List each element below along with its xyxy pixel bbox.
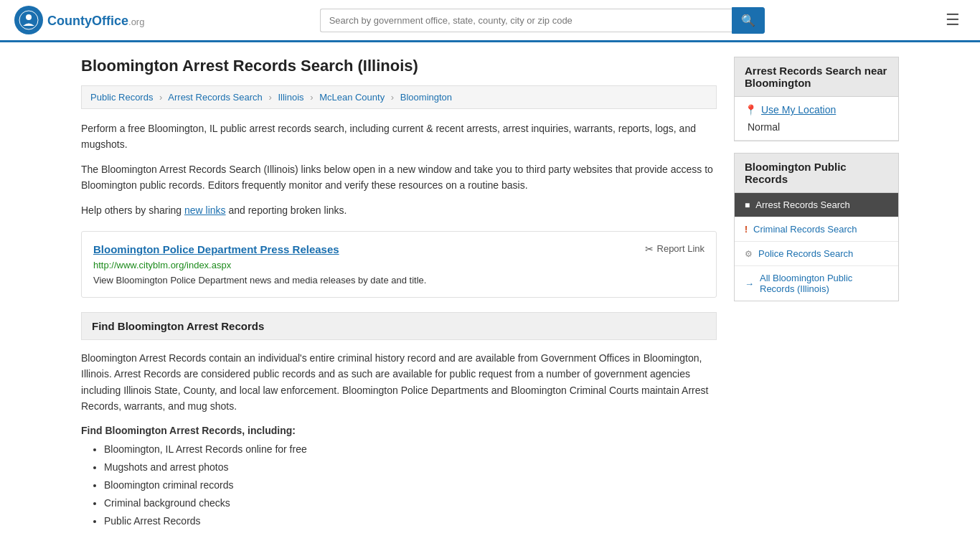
new-links-link[interactable]: new links (184, 204, 226, 216)
sidebar-item-arrest-records[interactable]: ■ Arrest Records Search (735, 193, 898, 217)
find-list: Bloomington, IL Arrest Records online fo… (81, 442, 717, 529)
breadcrumb-bloomington[interactable]: Bloomington (400, 92, 452, 103)
use-my-location-link[interactable]: Use My Location (761, 104, 836, 116)
breadcrumb-sep-2: › (268, 92, 271, 103)
pin-icon: 📍 (745, 104, 757, 116)
breadcrumb-mclean[interactable]: McLean County (319, 92, 385, 103)
breadcrumb-arrest-records[interactable]: Arrest Records Search (168, 92, 263, 103)
criminal-records-icon: ! (745, 225, 748, 235)
breadcrumb: Public Records › Arrest Records Search ›… (81, 85, 717, 109)
search-icon: 🔍 (741, 14, 755, 27)
svg-point-1 (26, 14, 32, 20)
find-section-header: Find Bloomington Arrest Records (81, 312, 717, 340)
report-link-label: Report Link (657, 243, 705, 254)
list-item: Mugshots and arrest photos (104, 460, 717, 475)
scissors-icon: ✂ (645, 243, 654, 255)
link-url[interactable]: http://www.cityblm.org/index.aspx (93, 260, 705, 270)
intro-paragraph-1: Perform a free Bloomington, IL public ar… (81, 121, 717, 153)
help-before: Help others by sharing (81, 204, 184, 216)
nearby-box: Arrest Records Search near Bloomington 📍… (734, 57, 899, 141)
site-header: CountyOffice.org 🔍 ☰ (0, 0, 980, 42)
arrest-records-icon: ■ (745, 200, 750, 210)
police-records-icon: ⚙ (745, 249, 753, 259)
logo-text: CountyOffice.org (47, 12, 144, 29)
breadcrumb-sep-4: › (391, 92, 394, 103)
search-button[interactable]: 🔍 (732, 7, 765, 34)
find-list-label: Find Bloomington Arrest Records, includi… (81, 425, 717, 436)
breadcrumb-sep-3: › (310, 92, 313, 103)
breadcrumb-sep-1: › (159, 92, 162, 103)
link-description: View Bloomington Police Department news … (93, 275, 705, 286)
search-bar: 🔍 (320, 7, 765, 34)
help-after: and reporting broken links. (226, 204, 347, 216)
sidebar-item-criminal-records[interactable]: ! Criminal Records Search (735, 217, 898, 242)
find-body-text: Bloomington Arrest Records contain an in… (81, 350, 717, 415)
report-link-button[interactable]: ✂ Report Link (645, 243, 705, 255)
breadcrumb-illinois[interactable]: Illinois (278, 92, 303, 103)
public-records-title: Bloomington Public Records (735, 154, 898, 193)
normal-location-link[interactable]: Normal (748, 121, 780, 133)
hamburger-icon: ☰ (946, 11, 960, 29)
logo-area: CountyOffice.org (14, 6, 144, 34)
breadcrumb-public-records[interactable]: Public Records (90, 92, 153, 103)
sidebar-item-all-records[interactable]: → All Bloomington Public Records (Illino… (735, 266, 898, 301)
criminal-records-link[interactable]: Criminal Records Search (753, 224, 857, 235)
list-item: Bloomington, IL Arrest Records online fo… (104, 442, 717, 457)
police-records-link[interactable]: Police Records Search (758, 248, 853, 259)
main-content: Bloomington Arrest Records Search (Illin… (81, 57, 717, 532)
list-item: Public Arrest Records (104, 514, 717, 529)
link-card-title[interactable]: Bloomington Police Department Press Rele… (93, 243, 339, 255)
arrest-records-label: Arrest Records Search (755, 199, 850, 210)
all-records-link[interactable]: All Bloomington Public Records (Illinois… (760, 273, 888, 294)
nearby-title: Arrest Records Search near Bloomington (735, 57, 898, 97)
link-card: Bloomington Police Department Press Rele… (81, 231, 717, 298)
page-title: Bloomington Arrest Records Search (Illin… (81, 57, 717, 75)
search-input[interactable] (320, 9, 732, 32)
sidebar-item-police-records[interactable]: ⚙ Police Records Search (735, 242, 898, 266)
use-location-item[interactable]: 📍 Use My Location (745, 104, 888, 116)
list-item: Criminal background checks (104, 496, 717, 511)
intro-paragraph-2: The Bloomington Arrest Records Search (I… (81, 161, 717, 194)
link-card-header: Bloomington Police Department Press Rele… (93, 243, 705, 255)
list-item: Bloomington criminal records (104, 478, 717, 493)
logo-icon (14, 6, 43, 34)
all-records-arrow-icon: → (745, 278, 754, 289)
sidebar: Arrest Records Search near Bloomington 📍… (734, 57, 899, 532)
menu-button[interactable]: ☰ (940, 8, 966, 32)
main-container: Bloomington Arrest Records Search (Illin… (67, 42, 913, 546)
public-records-box: Bloomington Public Records ■ Arrest Reco… (734, 153, 899, 301)
help-text: Help others by sharing new links and rep… (81, 202, 717, 218)
